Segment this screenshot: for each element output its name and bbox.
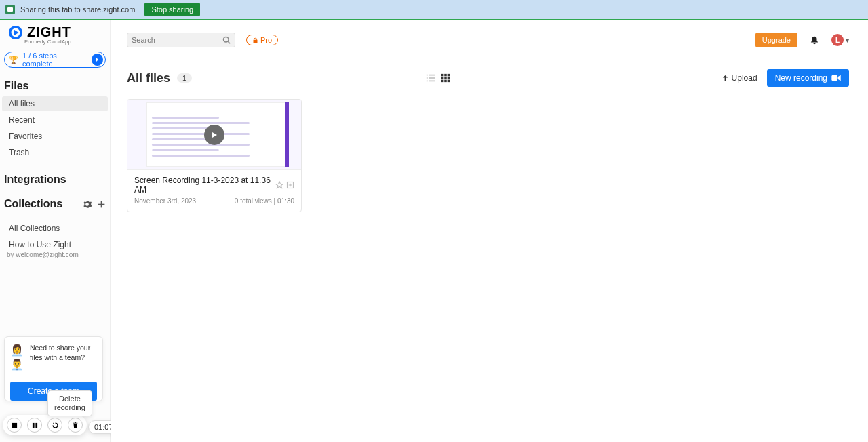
sidebar-item-how-to-author: by welcome@zight.com	[0, 251, 110, 258]
file-views-duration: 0 total views | 01:30	[235, 197, 294, 205]
trophy-icon: 🏆	[9, 56, 18, 64]
sidebar-item-all-files[interactable]: All files	[2, 96, 108, 111]
lock-icon	[252, 37, 258, 43]
file-thumbnail[interactable]	[127, 100, 301, 170]
progress-text: 1 / 6 steps complete	[22, 52, 87, 68]
file-date: November 3rd, 2023	[134, 197, 196, 205]
upgrade-button[interactable]: Upgrade	[755, 33, 797, 47]
delete-recording-button[interactable]	[68, 418, 83, 433]
search-icon	[222, 36, 231, 44]
tab-share-bar: Sharing this tab to share.zight.com Stop…	[0, 0, 868, 19]
video-camera-icon	[831, 75, 841, 81]
collections-section-header: Collections	[0, 195, 110, 213]
delete-recording-tooltip: Delete recording	[47, 390, 92, 416]
integrations-section-header[interactable]: Integrations	[0, 171, 110, 188]
svg-rect-6	[35, 422, 37, 427]
svg-rect-4	[12, 422, 16, 427]
restart-recording-button[interactable]	[47, 418, 62, 433]
sidebar-item-recent[interactable]: Recent	[2, 113, 108, 127]
svg-rect-9	[426, 75, 427, 76]
upload-button[interactable]: Upload	[722, 73, 757, 83]
pause-recording-button[interactable]	[27, 418, 42, 433]
team-tip-text: Need to share your files with a team?	[30, 344, 97, 372]
svg-rect-3	[98, 203, 105, 205]
sidebar: ZIGHT Formerly CloudApp 🏆 1 / 6 steps co…	[0, 20, 111, 442]
svg-rect-19	[444, 77, 447, 79]
main-content: Pro Upgrade L ▾ All files 1	[111, 20, 868, 442]
account-menu[interactable]: L ▾	[831, 34, 849, 46]
share-screen-icon	[5, 5, 15, 14]
file-count-badge: 1	[177, 73, 192, 83]
svg-rect-0	[7, 7, 13, 12]
pro-badge[interactable]: Pro	[246, 35, 278, 45]
page-title: All files	[127, 71, 170, 85]
svg-rect-24	[831, 75, 837, 81]
recorder-controls	[3, 415, 87, 435]
svg-rect-15	[441, 74, 443, 77]
logo-text: ZIGHT	[27, 24, 71, 40]
collections-add-icon[interactable]	[97, 200, 106, 209]
svg-rect-12	[429, 77, 435, 79]
svg-rect-14	[429, 81, 435, 82]
grid-view-icon[interactable]	[441, 73, 450, 83]
svg-rect-21	[441, 80, 443, 83]
zight-logo-icon	[8, 25, 23, 40]
avatar: L	[831, 34, 844, 46]
people-icon: 👩‍💼👨‍💼	[10, 344, 26, 372]
sidebar-item-how-to[interactable]: How to Use Zight	[2, 237, 108, 249]
page-header: All files 1 Upload New recording	[111, 47, 868, 87]
chevron-down-icon: ▾	[846, 37, 849, 44]
file-title: Screen Recording 11-3-2023 at 11.36 AM	[134, 176, 275, 195]
view-toggle	[426, 73, 450, 83]
search-box[interactable]	[127, 33, 235, 47]
add-to-collection-icon[interactable]	[286, 181, 294, 189]
play-icon[interactable]	[204, 125, 224, 145]
svg-line-8	[228, 41, 230, 43]
svg-rect-18	[441, 77, 443, 79]
onboarding-progress[interactable]: 🏆 1 / 6 steps complete	[4, 52, 106, 68]
svg-rect-5	[32, 422, 34, 427]
favorite-star-icon[interactable]	[275, 181, 283, 189]
svg-point-7	[224, 37, 229, 43]
collections-gear-icon[interactable]	[83, 200, 92, 209]
top-bar: Pro Upgrade L ▾	[111, 20, 868, 47]
stop-recording-button[interactable]	[7, 418, 22, 433]
stop-sharing-button[interactable]: Stop sharing	[144, 3, 200, 16]
file-card[interactable]: Screen Recording 11-3-2023 at 11.36 AM N…	[127, 99, 302, 212]
svg-rect-11	[426, 77, 427, 79]
logo[interactable]: ZIGHT	[0, 24, 110, 40]
new-recording-button[interactable]: New recording	[767, 69, 849, 87]
svg-rect-16	[444, 74, 447, 77]
list-view-icon[interactable]	[426, 73, 435, 83]
sidebar-item-all-collections[interactable]: All Collections	[2, 221, 108, 236]
svg-rect-23	[447, 80, 450, 83]
files-section-header[interactable]: Files	[0, 77, 110, 95]
svg-rect-13	[426, 81, 427, 82]
svg-rect-20	[447, 77, 450, 79]
search-input[interactable]	[132, 36, 213, 44]
sidebar-item-trash[interactable]: Trash	[2, 145, 108, 160]
share-bar-text: Sharing this tab to share.zight.com	[20, 5, 135, 14]
svg-rect-10	[429, 75, 435, 76]
notifications-icon[interactable]	[804, 35, 825, 45]
upload-icon	[722, 75, 729, 82]
svg-rect-22	[444, 80, 447, 83]
svg-rect-17	[447, 74, 450, 77]
sidebar-item-favorites[interactable]: Favorites	[2, 129, 108, 144]
progress-arrow-icon	[92, 54, 103, 66]
